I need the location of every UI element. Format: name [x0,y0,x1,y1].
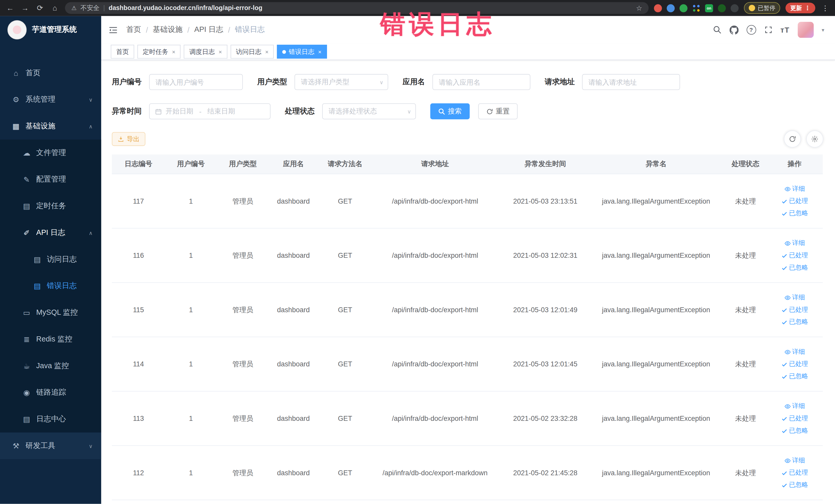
github-icon[interactable] [729,25,738,35]
cell-user-type: 管理员 [217,196,269,206]
sidebar-fold-icon[interactable] [108,26,118,34]
sidebar-item-config-management[interactable]: ✎ 配置管理 [0,166,101,193]
extension-paw-icon[interactable] [731,4,738,12]
request-url-input[interactable] [582,74,680,90]
extension-blue-drop-icon[interactable] [667,4,675,12]
tab-home[interactable]: 首页 [111,45,134,59]
cell-user-id: 1 [165,469,217,477]
cell-user-id: 1 [165,306,217,314]
ignored-link[interactable]: 已忽略 [781,317,808,326]
sidebar-item-java-monitor[interactable]: ☕ Java 监控 [0,352,101,379]
extension-red-icon[interactable] [654,4,662,12]
sidebar-item-log-center[interactable]: ▤ 日志中心 [0,406,101,432]
not-secure-warning-icon: ⚠ [72,5,77,12]
download-icon [118,136,124,142]
sidebar-item-mysql-monitor[interactable]: ▭ MySQL 监控 [0,299,101,326]
close-icon[interactable]: × [172,48,175,55]
sidebar-item-scheduled-tasks[interactable]: ▤ 定时任务 [0,193,101,220]
detail-link[interactable]: 详细 [784,402,805,410]
tab-scheduled-tasks[interactable]: 定时任务 × [137,45,181,59]
tab-schedule-log[interactable]: 调度日志 × [184,45,227,59]
browser-update-button[interactable]: 更新 ⋮ [786,3,815,13]
sidebar-item-file-management[interactable]: ☁ 文件管理 [0,140,101,166]
sidebar-item-trace[interactable]: ◉ 链路追踪 [0,379,101,406]
tab-error-log[interactable]: 错误日志 × [277,45,327,59]
sidebar-item-redis-monitor[interactable]: ≣ Redis 监控 [0,326,101,353]
detail-link[interactable]: 详细 [784,184,805,193]
browser-menu-kebab-icon[interactable]: ⋮ [821,4,830,12]
cell-log-id: 114 [112,360,165,368]
detail-link[interactable]: 详细 [784,456,805,465]
eye-icon [784,294,791,301]
detail-link[interactable]: 详细 [784,239,805,247]
ignored-link[interactable]: 已忽略 [781,263,808,272]
address-bar[interactable]: ⚠ 不安全 | dashboard.yudao.iocoder.cn/infra… [65,2,649,14]
user-id-input[interactable] [149,74,243,90]
sidebar-item-label: 日志中心 [36,415,66,424]
tab-label: 调度日志 [189,47,215,56]
app-logo[interactable]: 芋道管理系统 [0,16,101,44]
edit-icon: ✎ [22,175,31,184]
coffee-icon: ☕ [22,362,31,370]
breadcrumb-infrastructure[interactable]: 基础设施 [153,25,183,35]
tab-access-log[interactable]: 访问日志 × [230,45,274,59]
search-icon[interactable] [713,26,721,34]
cell-request-url: /api/infra/db-doc/export-html [372,251,498,259]
paused-badge[interactable]: 已暂停 [744,2,780,14]
process-status-label: 处理状态 [285,106,315,116]
processed-link[interactable]: 已处理 [781,305,808,314]
sidebar-item-dev-tools[interactable]: ⚒ 研发工具 ∨ [0,432,101,459]
ignored-link[interactable]: 已忽略 [781,209,808,218]
process-status-select[interactable]: 请选择处理状态 ∨ [322,103,416,119]
reload-icon[interactable]: ⟳ [35,0,45,16]
extension-grid-icon[interactable] [692,4,700,12]
processed-link[interactable]: 已处理 [781,414,808,423]
font-size-icon[interactable]: тT [780,26,790,34]
forward-icon[interactable]: → [20,0,30,16]
sidebar-item-system-management[interactable]: ⚙ 系统管理 ∨ [0,86,101,113]
home-icon[interactable]: ⌂ [50,0,60,16]
user-caret-down-icon[interactable]: ▾ [822,27,824,33]
ignored-link[interactable]: 已忽略 [781,426,808,435]
export-button-label: 导出 [127,135,140,143]
detail-link[interactable]: 详细 [784,293,805,302]
fullscreen-icon[interactable] [764,26,772,34]
detail-link[interactable]: 详细 [784,347,805,356]
help-icon[interactable]: ? [747,25,756,35]
refresh-table-button[interactable] [784,130,801,147]
extension-dark-green-icon[interactable] [718,4,726,12]
user-type-select[interactable]: 请选择用户类型 ∨ [294,74,388,90]
close-icon[interactable]: × [318,48,321,55]
filter-user-id: 用户编号 [112,74,243,90]
back-icon[interactable]: ← [5,0,15,16]
sidebar-item-error-log[interactable]: ▤ 错误日志 [0,273,101,299]
processed-link[interactable]: 已处理 [781,468,808,477]
user-avatar[interactable] [798,22,814,38]
breadcrumb-home[interactable]: 首页 [126,25,141,35]
ignored-link[interactable]: 已忽略 [781,480,808,489]
column-settings-button[interactable] [806,130,823,147]
close-icon[interactable]: × [219,48,222,55]
breadcrumb-api-log[interactable]: API 日志 [194,25,223,35]
search-button[interactable]: 搜索 [430,103,470,119]
cell-exception-time: 2021-05-03 12:02:31 [498,251,593,259]
sidebar-item-infrastructure[interactable]: ▦ 基础设施 ∧ [0,113,101,140]
sidebar-item-access-log[interactable]: ▤ 访问日志 [0,246,101,273]
detail-link-label: 详细 [792,456,805,465]
processed-link[interactable]: 已处理 [781,360,808,368]
smiley-icon [749,5,755,11]
processed-link[interactable]: 已处理 [781,197,808,206]
bookmark-star-icon[interactable]: ☆ [636,4,642,12]
extension-green-circle-icon[interactable] [679,4,687,12]
extension-on-badge-icon[interactable]: on [705,4,713,12]
sidebar-item-api-log[interactable]: ✐ API 日志 ∧ [0,220,101,246]
date-range-picker[interactable]: 开始日期 - 结束日期 [149,103,270,119]
export-button[interactable]: 导出 [112,132,145,146]
processed-link[interactable]: 已处理 [781,251,808,260]
reset-button[interactable]: 重置 [478,103,518,119]
close-icon[interactable]: × [265,48,268,55]
app-name-input[interactable] [432,74,531,90]
sidebar-item-home[interactable]: ⌂ 首页 [0,60,101,86]
user-type-placeholder: 请选择用户类型 [301,77,380,87]
ignored-link[interactable]: 已忽略 [781,372,808,381]
